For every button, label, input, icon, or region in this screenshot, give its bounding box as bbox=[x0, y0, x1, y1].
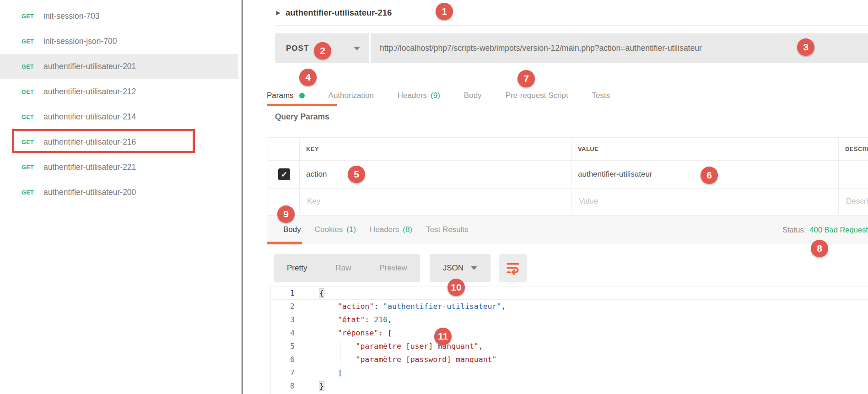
line-number: 8 bbox=[271, 379, 295, 393]
header-checkbox-cell bbox=[269, 138, 300, 160]
code-line-6: 6 "paramètre [password] manquant" bbox=[271, 353, 868, 366]
header-key-label: KEY bbox=[306, 146, 319, 152]
code-content: } bbox=[319, 379, 324, 393]
tab-label: Test Results bbox=[426, 225, 469, 234]
sidebar-item-authentifier-utilisateur-214[interactable]: GETauthentifier-utilisateur-214 bbox=[0, 104, 238, 130]
token bbox=[319, 302, 338, 311]
url-input[interactable]: http://localhost/php7/scripts-web/impots… bbox=[371, 33, 868, 63]
annotation-badge-1: 1 bbox=[436, 3, 453, 20]
header-value-label: VALUE bbox=[578, 146, 598, 152]
token bbox=[319, 355, 356, 364]
method-badge: GET bbox=[22, 38, 43, 45]
sidebar-item-authentifier-utilisateur-221[interactable]: GETauthentifier-utilisateur-221 bbox=[0, 155, 238, 180]
line-number: 4 bbox=[271, 326, 295, 340]
wrap-text-icon bbox=[505, 261, 521, 275]
sidebar-item-authentifier-utilisateur-200[interactable]: GETauthentifier-utilisateur-200 bbox=[0, 180, 238, 205]
active-response-tab-underline bbox=[267, 242, 302, 244]
tab-authorization[interactable]: Authorization bbox=[329, 91, 374, 100]
token: "paramètre [user] manquant" bbox=[356, 342, 478, 351]
tab-label: Headers bbox=[398, 91, 427, 100]
sidebar-panel-divider bbox=[242, 0, 243, 394]
tab-count: (9) bbox=[431, 91, 440, 100]
request-name: authentifier-utilisateur-212 bbox=[43, 87, 136, 97]
tab-label: Authorization bbox=[329, 91, 374, 100]
annotation-badge-10: 10 bbox=[447, 279, 465, 296]
tab-pre-request-script[interactable]: Pre-request Script bbox=[506, 91, 568, 100]
code-content: "réponse": [ bbox=[319, 326, 392, 340]
wrap-text-button[interactable] bbox=[499, 254, 527, 282]
response-tab-body[interactable]: Body bbox=[283, 225, 301, 234]
param-checkbox[interactable]: ✓ bbox=[278, 168, 290, 180]
tab-tests[interactable]: Tests bbox=[592, 91, 610, 100]
chevron-down-icon bbox=[354, 47, 360, 50]
line-number: 7 bbox=[271, 366, 295, 379]
response-view-controls: PrettyRawPreview JSON bbox=[274, 254, 527, 282]
token: : bbox=[365, 315, 374, 324]
new-value-input[interactable] bbox=[578, 196, 827, 206]
view-mode-preview[interactable]: Preview bbox=[379, 264, 407, 273]
tab-headers[interactable]: Headers(9) bbox=[398, 91, 440, 100]
header-description: DESCRIPTION bbox=[839, 138, 868, 160]
new-param-description-cell bbox=[839, 189, 868, 214]
line-number: 2 bbox=[271, 300, 295, 313]
new-description-input[interactable] bbox=[845, 196, 868, 206]
tab-label: Params bbox=[267, 91, 294, 100]
tab-body[interactable]: Body bbox=[464, 91, 482, 100]
annotation-badge-7: 7 bbox=[518, 70, 535, 87]
format-label: JSON bbox=[443, 264, 464, 273]
view-mode-group: PrettyRawPreview bbox=[274, 254, 420, 282]
annotation-badge-6: 6 bbox=[701, 167, 718, 184]
method-badge: GET bbox=[22, 139, 43, 146]
sidebar-item-authentifier-utilisateur-216[interactable]: GETauthentifier-utilisateur-216 bbox=[0, 130, 238, 155]
sidebar-collection: GETinit-session-703GETinit-session-json-… bbox=[0, 0, 238, 394]
line-number: 3 bbox=[271, 313, 295, 326]
code-content: ] bbox=[319, 366, 342, 379]
view-mode-pretty[interactable]: Pretty bbox=[287, 264, 307, 273]
response-status: Status: 400 Bad Request bbox=[782, 216, 868, 244]
sidebar-item-init-session-703[interactable]: GETinit-session-703 bbox=[0, 4, 238, 29]
token: , bbox=[388, 315, 392, 324]
code-lines: 1{2 "action": "authentifier-utilisateur"… bbox=[271, 286, 868, 393]
format-dropdown[interactable]: JSON bbox=[430, 254, 491, 282]
response-tab-headers[interactable]: Headers(8) bbox=[370, 225, 412, 234]
collapse-arrow-icon[interactable]: ▶ bbox=[276, 9, 280, 16]
sidebar-item-init-session-json-700[interactable]: GETinit-session-json-700 bbox=[0, 29, 238, 54]
tab-params[interactable]: Params bbox=[267, 91, 305, 100]
param-key-cell[interactable]: action bbox=[300, 161, 571, 188]
line-number: 1 bbox=[271, 286, 295, 299]
new-param-key-cell bbox=[300, 189, 571, 214]
sidebar-divider bbox=[5, 202, 231, 202]
request-name: authentifier-utilisateur-200 bbox=[43, 188, 136, 197]
param-checkbox-cell: ✓ bbox=[269, 161, 300, 188]
new-key-input[interactable] bbox=[306, 196, 560, 206]
sidebar-item-authentifier-utilisateur-212[interactable]: GETauthentifier-utilisateur-212 bbox=[0, 79, 238, 104]
method-label: POST bbox=[286, 44, 309, 53]
token: : bbox=[378, 329, 388, 337]
code-line-4: 4 "réponse": [ bbox=[271, 326, 868, 340]
response-tab-test-results[interactable]: Test Results bbox=[426, 225, 469, 234]
status-value: 400 Bad Request bbox=[809, 226, 868, 234]
token: "authentifier-utilisateur" bbox=[383, 302, 501, 311]
sidebar-item-authentifier-utilisateur-201[interactable]: GETauthentifier-utilisateur-201 bbox=[0, 54, 238, 79]
token: "paramètre [password] manquant" bbox=[356, 355, 496, 364]
token: , bbox=[501, 302, 506, 311]
annotation-badge-5: 5 bbox=[348, 166, 365, 183]
token: "réponse" bbox=[338, 329, 378, 337]
request-panel: ▶ authentifier-utilisateur-216 POST http… bbox=[267, 0, 868, 394]
view-mode-raw[interactable]: Raw bbox=[335, 264, 351, 273]
request-name: authentifier-utilisateur-201 bbox=[43, 62, 136, 71]
param-description-cell[interactable] bbox=[839, 161, 868, 188]
token: "action" bbox=[338, 302, 374, 311]
annotation-badge-9: 9 bbox=[277, 205, 295, 223]
annotation-badge-4: 4 bbox=[299, 69, 317, 86]
annotation-badge-2: 2 bbox=[314, 42, 331, 59]
token bbox=[319, 329, 338, 337]
code-line-7: 7 ] bbox=[271, 366, 868, 379]
method-badge: GET bbox=[22, 164, 43, 171]
code-line-2: 2 "action": "authentifier-utilisateur", bbox=[271, 300, 868, 313]
response-tab-cookies[interactable]: Cookies(1) bbox=[315, 225, 356, 234]
token: ] bbox=[338, 368, 342, 377]
line-number: 6 bbox=[271, 353, 295, 366]
new-param-row bbox=[269, 189, 868, 214]
request-name: authentifier-utilisateur-216 bbox=[43, 137, 136, 147]
